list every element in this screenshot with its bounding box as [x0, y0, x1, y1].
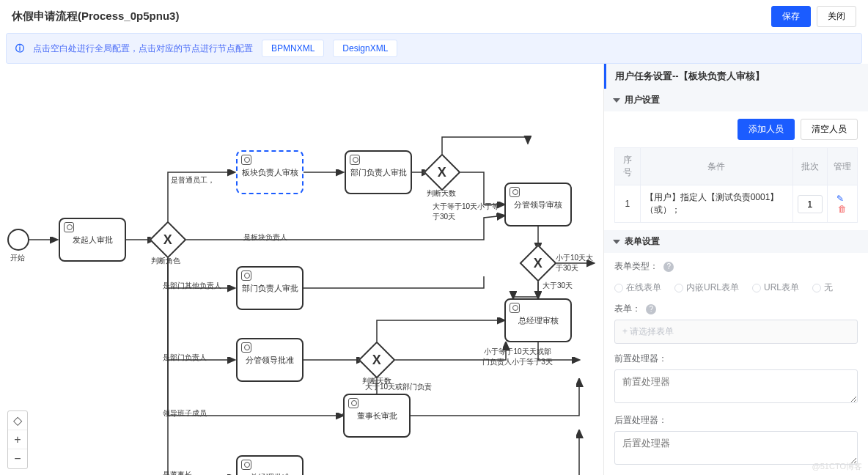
post-handler-label: 后置处理器：: [614, 414, 858, 427]
watermark: @51CTO博客: [812, 461, 862, 472]
form-type-label: 表单类型：: [614, 261, 658, 271]
form-type-radio-group: 在线表单 内嵌URL表单 URL表单 无: [614, 281, 858, 294]
th-condition: 条件: [640, 148, 792, 185]
start-event[interactable]: [7, 229, 29, 251]
form-label: 表单：: [614, 303, 641, 314]
zoom-in-button[interactable]: +: [8, 430, 27, 449]
gateway-days[interactable]: X: [424, 154, 461, 191]
chevron-down-icon: [613, 98, 620, 103]
cell-index: 1: [615, 185, 641, 223]
task-dept-leader-approval[interactable]: 部门负责人审批: [345, 150, 412, 194]
info-text: 点击空白处进行全局配置，点击对应的节点进行节点配置: [33, 43, 253, 55]
radio-url[interactable]: URL表单: [752, 281, 799, 294]
gateway-role-label: 判断角色: [151, 256, 180, 266]
gateway-role[interactable]: X: [150, 221, 187, 259]
batch-input[interactable]: [798, 195, 823, 213]
cell-condition: 【用户】指定人【测试负责0001】（或）；: [640, 185, 792, 223]
flow-label: 是董事长: [163, 470, 192, 475]
zoom-out-button[interactable]: −: [8, 449, 27, 468]
th-index: 序号: [615, 148, 641, 185]
start-label: 开始: [10, 253, 25, 263]
radio-embed-url[interactable]: 内嵌URL表单: [674, 281, 739, 294]
task-chairman-approval[interactable]: 董事长审批: [343, 394, 411, 438]
flow-label: 大于30天: [542, 281, 573, 291]
user-table: 序号 条件 批次 管理 1 【用户】指定人【测试负责0001】（或）； ✎ 🗑: [614, 147, 858, 223]
task-vp-approve[interactable]: 分管领导批准: [236, 338, 304, 382]
task-vp-review[interactable]: 分管领导审核: [504, 183, 572, 227]
flow-label: 是部门负责人: [163, 353, 207, 363]
side-panel: 用户任务设置--【板块负责人审核】 用户设置 添加人员 清空人员 序号 条件 批…: [604, 64, 868, 475]
flow-label: 大于等于10天小于等于30天: [433, 202, 500, 222]
gateway-3[interactable]: X: [520, 245, 557, 282]
help-icon[interactable]: ?: [646, 304, 656, 314]
radio-online-form[interactable]: 在线表单: [614, 281, 661, 294]
task-gm-approve[interactable]: 总经理批准: [236, 455, 304, 475]
close-button[interactable]: 关闭: [817, 6, 856, 27]
designxml-button[interactable]: DesignXML: [333, 40, 397, 57]
th-batch: 批次: [792, 148, 827, 185]
info-icon: ⓘ: [15, 43, 24, 55]
help-icon[interactable]: ?: [663, 262, 674, 272]
zoom-fit-button[interactable]: ◇: [8, 411, 27, 430]
pre-handler-input[interactable]: [614, 369, 858, 403]
post-handler-input[interactable]: [614, 431, 858, 465]
flow-label: 小于10天大于30天: [556, 253, 598, 273]
table-row: 1 【用户】指定人【测试负责0001】（或）； ✎ 🗑: [615, 185, 858, 223]
edit-icon[interactable]: ✎: [836, 194, 844, 204]
section-user-settings[interactable]: 用户设置: [604, 89, 868, 111]
gateway-days-label: 判断天数: [427, 188, 456, 199]
panel-title: 用户任务设置--【板块负责人审核】: [604, 64, 868, 89]
page-title: 休假申请流程(Process_0p5pnu3): [12, 10, 179, 23]
flow-label: 是部门其他负责人: [163, 281, 221, 291]
bpmnxml-button[interactable]: BPMNXML: [262, 40, 324, 57]
section-form-settings[interactable]: 表单设置: [604, 230, 868, 253]
chevron-down-icon: [613, 240, 620, 244]
task-dept-leader-approval-2[interactable]: 部门负责人审批: [236, 266, 304, 310]
gateway-days-2[interactable]: X: [358, 342, 396, 379]
delete-icon[interactable]: 🗑: [838, 204, 847, 214]
add-user-button[interactable]: 添加人员: [738, 119, 795, 140]
save-button[interactable]: 保存: [771, 6, 811, 27]
flow-label: 是普通员工，: [171, 175, 215, 185]
flow-label: 是板块负责人: [243, 232, 287, 243]
th-manage: 管理: [827, 148, 857, 185]
radio-none[interactable]: 无: [812, 281, 833, 294]
clear-users-button[interactable]: 清空人员: [801, 119, 858, 140]
flow-label: 领导班子成员: [163, 408, 207, 419]
task-initiator-approval[interactable]: 发起人审批: [59, 218, 126, 262]
form-select[interactable]: + 请选择表单: [614, 320, 858, 344]
task-gm-review[interactable]: 总经理审核: [504, 298, 572, 342]
pre-handler-label: 前置处理器：: [614, 353, 858, 365]
bpmn-canvas[interactable]: 开始 发起人审批 X 判断角色 是普通员工， 是板块负责人 是部门其他负责人 是…: [0, 64, 604, 475]
task-block-leader-review[interactable]: 板块负责人审核: [236, 150, 304, 194]
flow-label: 小于等于10天天或部门负责人小于等于3天: [481, 347, 554, 367]
zoom-controls: ◇ + −: [7, 410, 28, 469]
